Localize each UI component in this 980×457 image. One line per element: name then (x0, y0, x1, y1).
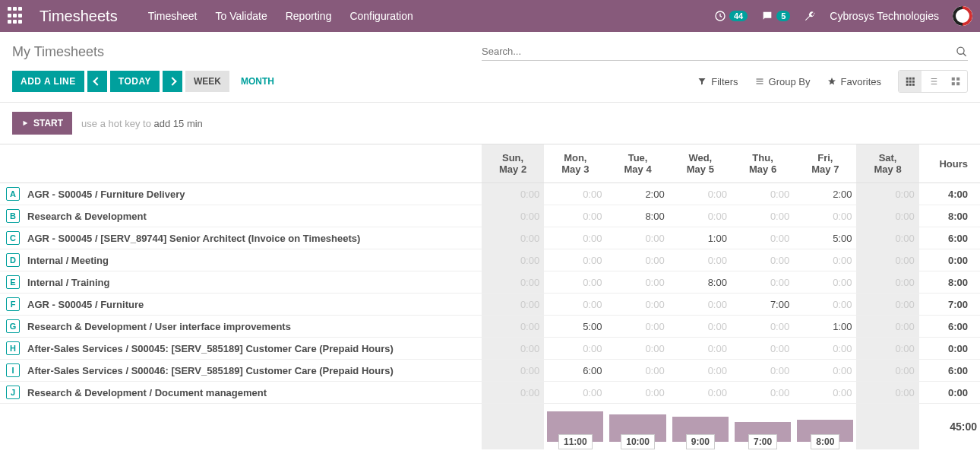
time-cell[interactable]: 1:00 (794, 316, 856, 338)
time-cell[interactable]: 0:00 (732, 249, 794, 271)
week-button[interactable]: WEEK (185, 71, 229, 92)
prev-button[interactable] (87, 71, 107, 92)
time-cell[interactable]: 0:00 (856, 294, 918, 316)
time-cell[interactable]: 0:00 (669, 249, 732, 271)
time-cell[interactable]: 0:00 (732, 227, 794, 249)
search-icon[interactable] (956, 46, 968, 58)
time-cell[interactable]: 0:00 (482, 338, 544, 360)
time-cell[interactable]: 0:00 (482, 360, 544, 382)
row-task[interactable]: Internal / Meeting (23, 249, 482, 271)
time-cell[interactable]: 0:00 (482, 382, 544, 404)
time-cell[interactable]: 0:00 (669, 382, 732, 404)
row-task[interactable]: Research & Development / Document manage… (23, 382, 482, 404)
nav-reporting[interactable]: Reporting (286, 10, 332, 22)
time-cell[interactable]: 0:00 (732, 338, 794, 360)
time-cell[interactable]: 0:00 (794, 294, 856, 316)
row-hotkey[interactable]: H (0, 338, 23, 360)
time-cell[interactable]: 0:00 (544, 338, 606, 360)
view-grid[interactable] (899, 71, 922, 92)
time-cell[interactable]: 0:00 (606, 382, 669, 404)
avatar[interactable] (953, 6, 972, 26)
start-button[interactable]: START (12, 112, 72, 135)
nav-to-validate[interactable]: To Validate (215, 10, 267, 22)
row-task[interactable]: Research & Development (23, 205, 482, 227)
wrench-icon[interactable] (804, 10, 816, 22)
nav-configuration[interactable]: Configuration (349, 10, 413, 22)
row-hotkey[interactable]: E (0, 271, 23, 294)
view-list[interactable] (922, 71, 944, 92)
time-cell[interactable]: 0:00 (732, 316, 794, 338)
time-cell[interactable]: 0:00 (606, 316, 669, 338)
search-input[interactable] (482, 43, 956, 60)
time-cell[interactable]: 0:00 (794, 338, 856, 360)
row-task[interactable]: AGR - S00045 / Furniture (23, 294, 482, 316)
apps-icon[interactable] (8, 7, 26, 25)
time-cell[interactable]: 0:00 (544, 271, 606, 294)
time-cell[interactable]: 0:00 (606, 271, 669, 294)
time-cell[interactable]: 0:00 (794, 382, 856, 404)
next-button[interactable] (163, 71, 182, 92)
time-cell[interactable]: 5:00 (794, 227, 856, 249)
row-hotkey[interactable]: J (0, 382, 23, 404)
time-cell[interactable]: 0:00 (856, 249, 918, 271)
time-cell[interactable]: 0:00 (794, 271, 856, 294)
company-menu[interactable]: Cybrosys Technologies (830, 10, 939, 22)
time-cell[interactable]: 5:00 (544, 316, 606, 338)
chat-indicator[interactable]: 5 (761, 10, 790, 22)
brand[interactable]: Timesheets (40, 8, 118, 25)
time-cell[interactable]: 0:00 (544, 227, 606, 249)
time-cell[interactable]: 8:00 (606, 205, 669, 227)
row-hotkey[interactable]: F (0, 294, 23, 316)
time-cell[interactable]: 0:00 (482, 249, 544, 271)
time-cell[interactable]: 0:00 (794, 205, 856, 227)
time-cell[interactable]: 0:00 (669, 338, 732, 360)
time-cell[interactable]: 0:00 (482, 205, 544, 227)
time-cell[interactable]: 0:00 (732, 183, 794, 205)
time-cell[interactable]: 0:00 (794, 249, 856, 271)
row-hotkey[interactable]: B (0, 205, 23, 227)
row-task[interactable]: AGR - S00045 / [SERV_89744] Senior Archi… (23, 227, 482, 249)
time-cell[interactable]: 0:00 (794, 360, 856, 382)
time-cell[interactable]: 0:00 (482, 294, 544, 316)
time-cell[interactable]: 6:00 (544, 360, 606, 382)
add-line-button[interactable]: ADD A LINE (12, 71, 84, 92)
time-cell[interactable]: 0:00 (606, 294, 669, 316)
time-cell[interactable]: 0:00 (856, 360, 918, 382)
time-cell[interactable]: 0:00 (669, 183, 732, 205)
row-task[interactable]: AGR - S00045 / Furniture Delivery (23, 183, 482, 205)
time-cell[interactable]: 0:00 (544, 249, 606, 271)
time-cell[interactable]: 0:00 (732, 382, 794, 404)
time-cell[interactable]: 0:00 (856, 183, 918, 205)
row-hotkey[interactable]: C (0, 227, 23, 249)
row-task[interactable]: Research & Development / User interface … (23, 316, 482, 338)
time-cell[interactable]: 0:00 (482, 271, 544, 294)
time-cell[interactable]: 2:00 (606, 183, 669, 205)
time-cell[interactable]: 0:00 (856, 271, 918, 294)
time-cell[interactable]: 0:00 (606, 227, 669, 249)
time-cell[interactable]: 0:00 (544, 382, 606, 404)
groupby-menu[interactable]: Group By (755, 76, 811, 87)
time-cell[interactable]: 0:00 (856, 205, 918, 227)
time-cell[interactable]: 0:00 (856, 316, 918, 338)
time-cell[interactable]: 0:00 (482, 183, 544, 205)
time-cell[interactable]: 0:00 (856, 382, 918, 404)
time-cell[interactable]: 0:00 (482, 316, 544, 338)
row-task[interactable]: Internal / Training (23, 271, 482, 294)
time-cell[interactable]: 0:00 (669, 205, 732, 227)
time-cell[interactable]: 0:00 (856, 338, 918, 360)
row-task[interactable]: After-Sales Services / S00045: [SERV_585… (23, 338, 482, 360)
row-hotkey[interactable]: G (0, 316, 23, 338)
time-cell[interactable]: 0:00 (669, 316, 732, 338)
row-hotkey[interactable]: D (0, 249, 23, 271)
row-hotkey[interactable]: A (0, 183, 23, 205)
time-cell[interactable]: 7:00 (732, 294, 794, 316)
filters-menu[interactable]: Filters (697, 76, 738, 87)
today-button[interactable]: TODAY (110, 71, 160, 92)
time-cell[interactable]: 0:00 (669, 294, 732, 316)
row-hotkey[interactable]: I (0, 360, 23, 382)
time-cell[interactable]: 0:00 (606, 249, 669, 271)
month-button[interactable]: MONTH (232, 71, 283, 92)
time-cell[interactable]: 1:00 (669, 227, 732, 249)
time-cell[interactable]: 0:00 (482, 227, 544, 249)
time-cell[interactable]: 0:00 (732, 205, 794, 227)
